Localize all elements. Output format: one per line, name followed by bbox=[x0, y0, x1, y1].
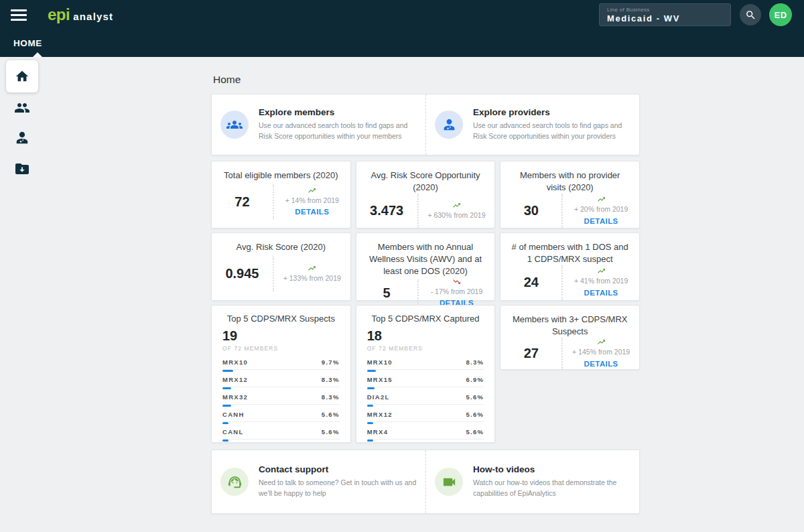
stat-trend: + 14% from 2019 DETAILS bbox=[274, 186, 350, 218]
top5-subtitle: OF 72 MEMBERS bbox=[222, 345, 340, 352]
list-item: DIA2L5.6% bbox=[367, 387, 484, 405]
list-item: MRX128.3% bbox=[222, 370, 340, 387]
code-label: MRX4 bbox=[367, 428, 389, 436]
progress-bar bbox=[222, 440, 228, 442]
trending-up-icon bbox=[306, 264, 318, 273]
trending-up-icon bbox=[450, 201, 463, 210]
pct-label: 5.6% bbox=[466, 393, 484, 401]
top5-captured-card: Top 5 CDPS/MRX Captured 18 OF 72 MEMBERS… bbox=[356, 305, 496, 443]
providers-doctor-icon bbox=[442, 117, 457, 133]
trending-down-icon bbox=[450, 277, 463, 286]
howto-videos-link[interactable]: How-to videos Watch our how-to videos th… bbox=[425, 450, 639, 513]
stat-trend: + 41% from 2019 DETAILS bbox=[563, 267, 639, 298]
trending-up-icon bbox=[595, 195, 608, 204]
explore-members-title: Explore members bbox=[259, 107, 419, 117]
nav-item-home[interactable]: HOME bbox=[13, 38, 42, 48]
code-label: MRX32 bbox=[222, 393, 248, 401]
top5-title: Top 5 CDPS/MRX Suspects bbox=[222, 306, 340, 324]
stat-change: + 133% from 2019 bbox=[283, 274, 341, 282]
contact-support-title: Contact support bbox=[259, 464, 419, 474]
stat-title: # of members with 1 DOS and 1 CDPS/MRX s… bbox=[500, 233, 639, 265]
explore-members-link[interactable]: Explore members Use our advanced search … bbox=[212, 94, 425, 155]
list-item: CANH5.6% bbox=[222, 405, 340, 422]
details-link[interactable]: DETAILS bbox=[563, 216, 639, 227]
stat-value: 27 bbox=[500, 346, 561, 361]
logo-secondary: analyst bbox=[73, 11, 113, 22]
sidebar-item-downloads[interactable] bbox=[6, 155, 38, 183]
pct-label: 8.3% bbox=[466, 358, 484, 366]
line-of-business-select[interactable]: Line of Business Medicaid - WV bbox=[599, 3, 731, 26]
list-item: MRX156.9% bbox=[367, 370, 484, 387]
stat-card-1dos-1suspect: # of members with 1 DOS and 1 CDPS/MRX s… bbox=[500, 232, 640, 301]
progress-bar bbox=[222, 422, 228, 424]
logo-primary: epi bbox=[48, 5, 70, 24]
stat-card-no-provider-visits: Members with no provider visits (2020) 3… bbox=[500, 161, 640, 228]
code-label: CANH bbox=[222, 411, 245, 418]
sidebar bbox=[0, 57, 47, 532]
stat-title: Members with 3+ CDPS/MRX Suspects bbox=[500, 306, 639, 338]
top5-subtitle: OF 72 MEMBERS bbox=[367, 345, 484, 352]
progress-bar bbox=[367, 370, 376, 372]
search-button[interactable] bbox=[740, 4, 761, 25]
help-card: Contact support Need to talk to someone?… bbox=[211, 450, 640, 514]
stat-card-3plus-suspects: Members with 3+ CDPS/MRX Suspects 27 + 1… bbox=[500, 305, 640, 370]
details-link[interactable]: DETAILS bbox=[563, 358, 639, 370]
code-label: MRX12 bbox=[222, 376, 248, 383]
stat-trend: + 630% from 2019 bbox=[419, 201, 495, 220]
stat-trend: + 20% from 2019 DETAILS bbox=[563, 195, 639, 226]
stat-card-avg-risk-score-opportunity: Avg. Risk Score Opportunity (2020) 3.473… bbox=[356, 161, 496, 228]
progress-bar bbox=[222, 405, 231, 407]
contact-support-link[interactable]: Contact support Need to talk to someone?… bbox=[212, 450, 425, 513]
top5-count: 19 bbox=[222, 328, 340, 344]
main-content: Home Explore members Use our advanced se… bbox=[211, 57, 640, 514]
support-agent-icon bbox=[227, 474, 243, 490]
line-of-business-value: Medicaid - WV bbox=[607, 13, 723, 23]
list-item: MRX328.3% bbox=[222, 387, 340, 405]
pct-label: 5.6% bbox=[322, 411, 340, 418]
top5-count: 18 bbox=[367, 328, 484, 344]
top5-suspects-card: Top 5 CDPS/MRX Suspects 19 OF 72 MEMBERS… bbox=[211, 305, 351, 443]
stat-value: 0.945 bbox=[212, 266, 273, 281]
pct-label: 5.6% bbox=[466, 411, 484, 418]
members-people-icon bbox=[14, 100, 30, 116]
contact-support-desc: Need to talk to someone? Get in touch wi… bbox=[259, 478, 419, 499]
stat-change: + 145% from 2019 bbox=[572, 348, 630, 356]
stat-change: + 20% from 2019 bbox=[574, 205, 628, 213]
user-avatar[interactable]: ED bbox=[769, 3, 792, 26]
progress-bar bbox=[222, 387, 231, 389]
home-icon bbox=[15, 69, 29, 84]
pct-label: 6.9% bbox=[466, 376, 484, 383]
sidebar-item-home[interactable] bbox=[6, 60, 38, 92]
details-link[interactable]: DETAILS bbox=[563, 287, 639, 299]
stat-change: + 41% from 2019 bbox=[574, 277, 628, 285]
app-logo[interactable]: epi analyst bbox=[48, 5, 113, 24]
trending-up-icon bbox=[595, 267, 608, 275]
explore-providers-desc: Use our advanced search tools to find ga… bbox=[473, 121, 632, 142]
sidebar-item-providers[interactable] bbox=[6, 124, 38, 152]
sidebar-item-members[interactable] bbox=[6, 94, 38, 122]
stat-card-no-awv-with-dos: Members with no Annual Wellness Visits (… bbox=[356, 232, 496, 301]
top-bar: epi analyst Line of Business Medicaid - … bbox=[0, 0, 804, 29]
stat-value: 3.473 bbox=[356, 203, 417, 218]
nav-bar: HOME bbox=[0, 29, 804, 57]
hamburger-menu-icon[interactable] bbox=[11, 9, 27, 21]
active-nav-caret bbox=[33, 52, 42, 57]
explore-members-desc: Use our advanced search tools to find ga… bbox=[259, 121, 419, 142]
progress-bar bbox=[367, 405, 373, 407]
support-icon-circle bbox=[220, 468, 249, 496]
pct-label: 5.6% bbox=[466, 428, 484, 436]
details-link[interactable]: DETAILS bbox=[274, 206, 350, 218]
explore-card: Explore members Use our advanced search … bbox=[211, 94, 640, 155]
provider-doctor-icon bbox=[14, 130, 30, 146]
progress-bar bbox=[367, 440, 373, 442]
top5-title: Top 5 CDPS/MRX Captured bbox=[367, 306, 484, 324]
howto-videos-desc: Watch our how-to videos that demonstrate… bbox=[473, 478, 632, 499]
explore-providers-link[interactable]: Explore providers Use our advanced searc… bbox=[425, 94, 639, 155]
stat-value: 5 bbox=[356, 285, 417, 301]
stat-value: 24 bbox=[500, 275, 561, 290]
list-item: CANL5.6% bbox=[222, 422, 340, 440]
stat-change: + 630% from 2019 bbox=[427, 211, 485, 219]
stats-grid: Total eligible members (2020) 72 + 14% f… bbox=[211, 161, 640, 443]
stat-title: Avg. Risk Score (2020) bbox=[212, 233, 350, 253]
stat-value: 72 bbox=[212, 194, 273, 210]
